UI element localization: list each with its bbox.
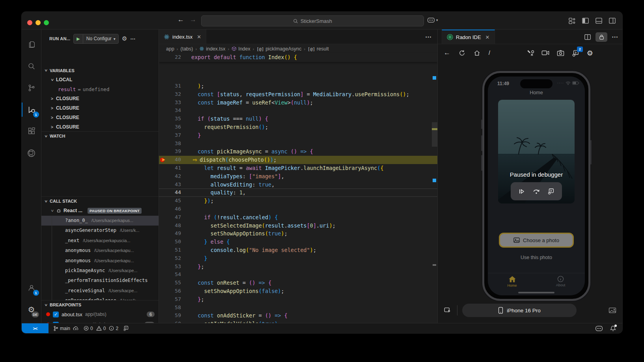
customize-layout-icon[interactable] <box>568 17 576 24</box>
code-line-45[interactable]: 45 }); <box>159 197 437 205</box>
gutter-glyph[interactable] <box>159 181 168 189</box>
editor-scrollbar[interactable] <box>432 122 437 147</box>
radon-settings-icon[interactable]: ⚙ <box>587 49 593 57</box>
gutter-glyph[interactable] <box>159 188 168 197</box>
toggle-secondary-sidebar-icon[interactable] <box>609 17 616 24</box>
gutter-glyph[interactable] <box>159 320 168 323</box>
stack-frame[interactable]: onResponderRelease/Users/k... <box>41 296 159 300</box>
code-line-48[interactable]: 48 setSelectedImage(result.assets[0].uri… <box>159 222 437 230</box>
launch-config-select[interactable]: ▶ No Configur ▾ <box>73 34 119 44</box>
inspect-element-icon[interactable] <box>444 306 452 314</box>
close-tab-icon[interactable]: ✕ <box>485 34 490 40</box>
scope-closure[interactable]: >CLOSURE <box>41 94 159 103</box>
code-line-52[interactable]: 52 } <box>159 254 437 263</box>
gutter-glyph[interactable] <box>159 279 168 287</box>
nav-back-icon[interactable]: ← <box>444 49 450 57</box>
breakpoint-glyph[interactable]: ➤ <box>159 156 168 164</box>
stack-frame[interactable]: _receiveSignal/Users/kacpe... <box>41 286 159 296</box>
extensions-icon[interactable] <box>22 122 41 141</box>
split-editor-icon[interactable] <box>584 34 591 41</box>
gutter-glyph[interactable] <box>159 99 168 107</box>
stack-frame[interactable]: anonymous/Users/kacperkapu... <box>41 246 159 256</box>
tab-radon-ide[interactable]: Radon IDE ✕ <box>442 30 495 44</box>
scope-closure[interactable]: >CLOSURE <box>41 103 159 113</box>
breadcrumb-symbol-pickimageasync[interactable]: [@] pickImageAsync <box>256 46 301 52</box>
gutter-glyph[interactable] <box>159 147 168 156</box>
step-over-icon[interactable] <box>533 188 540 195</box>
code-line-49[interactable]: 49 setShowAppOptions(true); <box>159 230 437 238</box>
phone-screen[interactable]: 11:49 ···· Home <box>488 77 585 295</box>
gutter-glyph[interactable] <box>159 205 168 213</box>
code-line-51[interactable]: 51 console.log("No image selected"); <box>159 246 437 254</box>
callstack-header[interactable]: >CALL STACK <box>41 196 159 205</box>
zoom-window-button[interactable] <box>44 20 49 25</box>
gutter-glyph[interactable] <box>159 140 168 148</box>
gutter-glyph[interactable] <box>159 271 168 279</box>
code-line-60[interactable]: 60 setIsModalVisible(true); <box>159 320 437 323</box>
run-and-debug-icon[interactable]: 1 <box>22 100 41 119</box>
screenshot-camera-icon[interactable] <box>557 50 564 56</box>
code-line-33[interactable]: 33 const imageRef = useRef<View>(null); <box>159 99 437 107</box>
code-line-43[interactable]: 43 allowsEditing: true, <box>159 181 437 189</box>
code-line-42[interactable]: 42 mediaTypes: ["images"], <box>159 172 437 181</box>
gutter-glyph[interactable] <box>159 53 168 62</box>
radon-debug-status-icon[interactable] <box>123 325 129 331</box>
start-debug-icon[interactable]: ▶ <box>74 34 83 43</box>
git-branch-item[interactable]: main <box>53 326 79 331</box>
radon-devices-icon[interactable] <box>595 325 603 332</box>
callstack-thread[interactable]: > React ... PAUSED ON BREAKPOINT <box>41 205 159 216</box>
search-sidebar-icon[interactable] <box>22 57 41 76</box>
code-line-38[interactable]: 38 <box>159 140 437 148</box>
gutter-glyph[interactable] <box>159 197 168 205</box>
device-select-button[interactable]: iPhone 16 Pro <box>462 304 577 317</box>
minimize-window-button[interactable] <box>35 20 41 25</box>
stack-frame[interactable]: asyncGeneratorStep/Users/k... <box>41 226 159 235</box>
code-line-44[interactable]: 44 quality: 1, <box>159 188 437 197</box>
breadcrumb-app[interactable]: app <box>166 46 174 52</box>
scope-local[interactable]: >LOCAL <box>41 75 159 84</box>
gutter-glyph[interactable] <box>159 312 168 320</box>
breakpoint-row[interactable]: ✓index.tsxapp/(tabs)40 <box>41 319 159 323</box>
gutter-glyph[interactable] <box>159 106 168 115</box>
gutter-glyph[interactable] <box>159 115 168 123</box>
breakpoint-checkbox[interactable]: ✓ <box>53 312 59 317</box>
gutter-glyph[interactable] <box>159 164 168 172</box>
gutter-glyph[interactable] <box>159 295 168 304</box>
toggle-panel-icon[interactable] <box>595 17 603 24</box>
device-cast-button[interactable]: ▾ <box>427 17 438 23</box>
gutter-glyph[interactable] <box>159 172 168 181</box>
lock-editor-button[interactable] <box>595 32 607 42</box>
scope-closure[interactable]: >CLOSURE <box>41 113 159 122</box>
editor-more-actions-icon[interactable]: ⋯ <box>425 33 432 41</box>
gutter-glyph[interactable] <box>159 254 168 263</box>
home-icon[interactable] <box>474 50 480 56</box>
settings-gear-icon[interactable]: ⚙ DE <box>22 300 41 319</box>
code-line-37[interactable]: 37 } <box>159 131 437 140</box>
tab-index-tsx[interactable]: index.tsx ✕ <box>159 30 206 44</box>
gutter-glyph[interactable] <box>159 213 168 222</box>
code-line-32[interactable]: 32 const [status, requestPermission] = M… <box>159 90 437 99</box>
code-line-53[interactable]: 53 }; <box>159 263 437 271</box>
debug-settings-gear-icon[interactable]: ⚙ <box>122 35 127 42</box>
breadcrumb-tabs[interactable]: (tabs) <box>181 46 193 52</box>
record-video-icon[interactable] <box>541 50 549 56</box>
gutter-glyph[interactable] <box>159 230 168 238</box>
gutter-glyph[interactable] <box>159 82 168 90</box>
reload-icon[interactable] <box>459 50 465 56</box>
toggle-primary-sidebar-icon[interactable] <box>582 17 589 24</box>
gutter-glyph[interactable] <box>159 222 168 230</box>
problems-item[interactable]: 0 0 2 <box>84 326 118 331</box>
command-center-search[interactable]: StickerSmash <box>201 15 424 26</box>
explorer-icon[interactable] <box>22 35 41 54</box>
continue-icon[interactable] <box>518 188 525 195</box>
breakpoint-row[interactable]: ✓about.tsxapp/(tabs)6 <box>41 309 159 319</box>
gutter-glyph[interactable] <box>159 263 168 271</box>
stack-frame[interactable]: ?anon_0_/Users/kacperkapus... <box>41 216 159 226</box>
variable-result[interactable]: result = undefined <box>41 84 159 94</box>
code-line-46[interactable]: 46 <box>159 205 437 213</box>
sticky-scroll-line[interactable]: 22export default function Index() { <box>159 53 437 62</box>
history-back-icon[interactable]: ← <box>177 16 184 24</box>
accounts-icon[interactable]: 1 <box>22 278 41 297</box>
scope-closure[interactable]: >CLOSURE <box>41 122 159 131</box>
gutter-glyph[interactable] <box>159 131 168 140</box>
